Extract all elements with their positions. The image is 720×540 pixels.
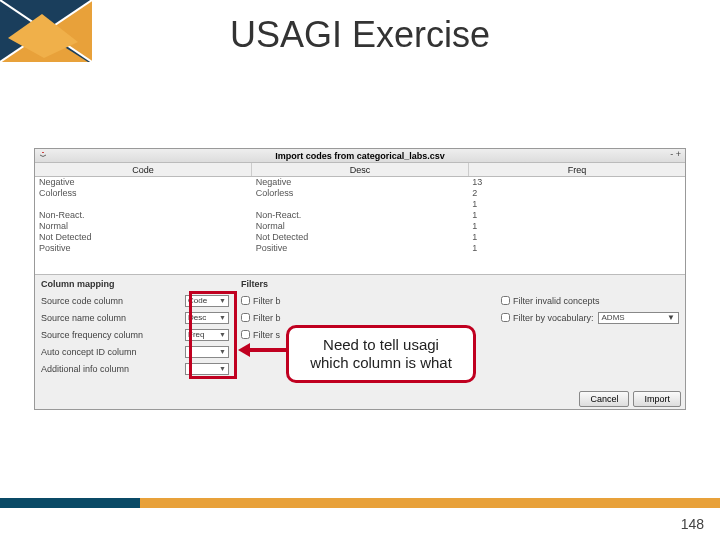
filter2-check[interactable]	[241, 313, 250, 322]
filters-right-panel: Filter invalid concepts Filter by vocabu…	[495, 275, 685, 409]
window-title: Import codes from categorical_labs.csv	[35, 151, 685, 161]
mapping-heading: Column mapping	[41, 279, 229, 289]
callout-line2: which column is what	[303, 354, 459, 372]
filter1-check[interactable]	[241, 296, 250, 305]
window-controls[interactable]: - +	[670, 149, 681, 159]
callout-arrow-head	[238, 343, 250, 357]
table-row[interactable]: NegativeNegative13	[35, 177, 685, 188]
vocab-combo[interactable]: ADMS▼	[598, 312, 679, 324]
filter-2: Filter b	[241, 310, 489, 325]
filter-vocab-check[interactable]	[501, 313, 510, 322]
callout-box: Need to tell usagi which column is what	[286, 325, 476, 383]
dialog-buttons: Cancel Import	[579, 391, 681, 407]
slide-title: USAGI Exercise	[0, 14, 720, 56]
highlight-box	[189, 291, 237, 379]
col-desc[interactable]: Desc	[252, 163, 469, 176]
filter3-check[interactable]	[241, 330, 250, 339]
filter-invalid: Filter invalid concepts	[501, 293, 679, 308]
table-body: NegativeNegative13 ColorlessColorless2 1…	[35, 177, 685, 275]
callout-arrow-shaft	[247, 348, 287, 352]
filter-1: Filter b	[241, 293, 489, 308]
col-freq[interactable]: Freq	[469, 163, 685, 176]
col-code[interactable]: Code	[35, 163, 252, 176]
java-icon	[38, 150, 48, 160]
filters-heading: Filters	[241, 279, 489, 289]
page-number: 148	[681, 516, 704, 532]
table-row[interactable]: Non-React.Non-React.1	[35, 210, 685, 221]
table-row[interactable]: 1	[35, 199, 685, 210]
table-row[interactable]: PositivePositive1	[35, 243, 685, 254]
filter-vocab: Filter by vocabulary:ADMS▼	[501, 310, 679, 325]
cancel-button[interactable]: Cancel	[579, 391, 629, 407]
chevron-down-icon: ▼	[667, 313, 675, 322]
table-row[interactable]: Not DetectedNot Detected1	[35, 232, 685, 243]
import-button[interactable]: Import	[633, 391, 681, 407]
table-row[interactable]: ColorlessColorless2	[35, 188, 685, 199]
titlebar: Import codes from categorical_labs.csv -…	[35, 149, 685, 163]
footer-bar	[0, 498, 720, 508]
filter-invalid-check[interactable]	[501, 296, 510, 305]
table-row[interactable]: NormalNormal1	[35, 221, 685, 232]
callout-line1: Need to tell usagi	[303, 336, 459, 354]
table-header: Code Desc Freq	[35, 163, 685, 177]
